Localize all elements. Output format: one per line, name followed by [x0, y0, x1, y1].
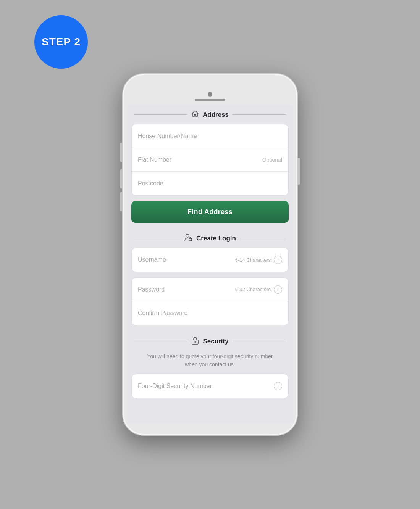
step-badge: STEP 2 [34, 15, 88, 69]
confirm-password-row [132, 301, 288, 325]
postcode-input[interactable] [138, 172, 282, 195]
speaker-bar [195, 99, 225, 101]
svg-rect-1 [189, 238, 192, 241]
svg-text:0: 0 [194, 341, 196, 344]
security-info-icon[interactable]: i [274, 382, 282, 390]
user-lock-icon [184, 234, 192, 243]
username-row: 6-14 Characters i [132, 248, 288, 272]
phone-screen: Address Optional Find Address [127, 105, 293, 424]
address-input-card: Optional [131, 124, 289, 196]
username-input-card: 6-14 Characters i [131, 248, 289, 272]
password-hint: 6-32 Characters [235, 287, 271, 292]
security-description: You will need to quote your four-digit s… [127, 351, 293, 374]
security-input-card: i [131, 374, 289, 398]
password-input[interactable] [138, 278, 235, 301]
phone-top-bar [123, 74, 297, 105]
camera-dot [208, 92, 212, 97]
security-title: Security [203, 338, 228, 345]
password-info-icon[interactable]: i [274, 285, 282, 294]
create-login-section-header: Create Login [127, 228, 293, 248]
home-icon [191, 110, 199, 119]
password-input-card: 6-32 Characters i [131, 277, 289, 325]
confirm-password-input[interactable] [138, 301, 282, 325]
house-number-row [132, 124, 288, 148]
security-number-row: i [132, 374, 288, 398]
flat-number-input[interactable] [138, 148, 262, 171]
address-section-header: Address [127, 105, 293, 124]
find-address-button[interactable]: Find Address [131, 201, 289, 223]
svg-point-0 [186, 234, 189, 237]
security-number-input[interactable] [138, 374, 274, 398]
step-badge-text: STEP 2 [42, 36, 81, 48]
password-row: 6-32 Characters i [132, 278, 288, 301]
username-hint: 6-14 Characters [235, 257, 271, 263]
create-login-title: Create Login [196, 235, 236, 242]
username-input[interactable] [138, 248, 235, 272]
security-section-header: 0 Security [127, 331, 293, 351]
lock-icon: 0 [191, 336, 199, 346]
house-number-input[interactable] [138, 124, 282, 148]
address-title: Address [203, 111, 229, 119]
username-info-icon[interactable]: i [274, 256, 282, 264]
phone-shell: Address Optional Find Address [122, 73, 298, 436]
postcode-row [132, 172, 288, 195]
optional-label: Optional [262, 157, 282, 163]
flat-number-row: Optional [132, 148, 288, 172]
